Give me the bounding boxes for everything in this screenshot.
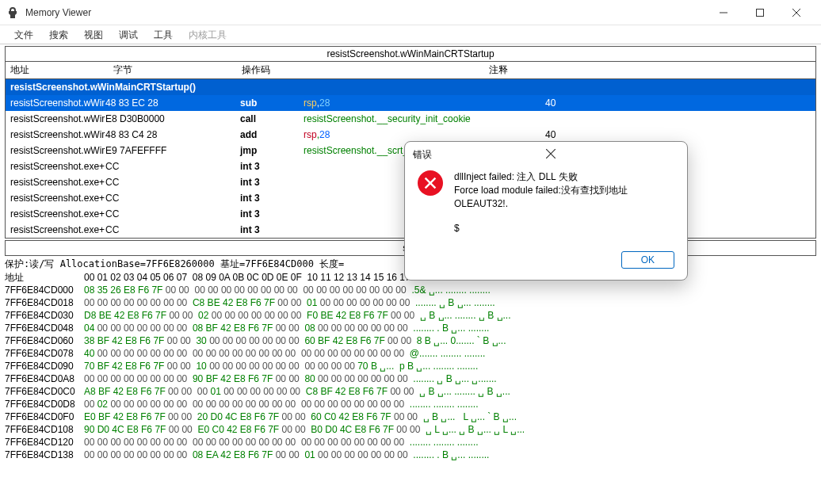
titlebar: Memory Viewer [0,0,821,25]
hex-row[interactable]: 7FF6E84CD10890 D0 4C E8 F6 7F 00 00 E0 C… [5,423,816,436]
col-opcode[interactable]: 操作码 [242,63,489,77]
disasm-function-header[interactable]: resistScreenshot.wWinMainCRTStartup() [6,79,815,95]
hex-row[interactable]: 7FF6E84CD06038 BF 42 E8 F6 7F 00 00 30 0… [5,334,816,347]
disasm-header-bar: resistScreenshot.wWinMainCRTStartup [5,46,816,62]
hex-row[interactable]: 7FF6E84CD07840 00 00 00 00 00 00 00 00 0… [5,347,816,360]
hex-row[interactable]: 7FF6E84CD030D8 BE 42 E8 F6 7F 00 00 02 0… [5,309,816,322]
error-icon [418,170,443,196]
disasm-column-headers: 地址 字节 操作码 注释 [5,62,816,79]
col-address[interactable]: 地址 [6,63,113,77]
hex-row[interactable]: 7FF6E84CD12000 00 00 00 00 00 00 00 00 0… [5,436,816,449]
hex-row[interactable]: 7FF6E84CD13800 00 00 00 00 00 00 00 08 E… [5,449,816,461]
disasm-row[interactable]: resistScreenshot.wWir48 83 EC 28subrsp,2… [6,95,815,111]
hex-dump[interactable]: 7FF6E84CD00008 35 26 E8 F6 7F 00 00 00 0… [5,284,816,461]
menu-file[interactable]: 文件 [6,25,41,44]
disasm-row[interactable]: resistScreenshot.wWirE8 D30B0000callresi… [6,111,815,127]
menu-tools[interactable]: 工具 [146,25,181,44]
hex-row[interactable]: 7FF6E84CD00008 35 26 E8 F6 7F 00 00 00 0… [5,284,816,296]
hex-row[interactable]: 7FF6E84CD0C0A8 BF 42 E8 F6 7F 00 00 00 0… [5,385,816,398]
disasm-row[interactable]: resistScreenshot.wWir48 83 C4 28addrsp,2… [6,127,815,143]
minimize-button[interactable] [705,0,742,25]
dialog-close-icon[interactable] [546,149,679,161]
hex-row[interactable]: 7FF6E84CD04804 00 00 00 00 00 00 00 08 B… [5,322,816,334]
svg-rect-0 [757,9,764,16]
menu-kernel-tools[interactable]: 内核工具 [181,25,235,44]
app-icon [6,6,19,19]
dialog-ok-button[interactable]: OK [621,251,674,269]
hex-row[interactable]: 7FF6E84CD0F0E0 BF 42 E8 F6 7F 00 00 20 D… [5,410,816,423]
col-note[interactable]: 注释 [489,63,815,77]
error-dialog: 错误 dllInject failed: 注入 DLL 失败 Force loa… [404,141,688,281]
hex-row[interactable]: 7FF6E84CD01800 00 00 00 00 00 00 00 C8 B… [5,296,816,309]
col-bytes[interactable]: 字节 [113,63,242,77]
dialog-message: dllInject failed: 注入 DLL 失败 Force load m… [454,170,628,235]
hex-row[interactable]: 7FF6E84CD0A800 00 00 00 00 00 00 00 90 B… [5,372,816,385]
menu-view[interactable]: 视图 [76,25,111,44]
window-title: Memory Viewer [25,7,705,18]
menu-debug[interactable]: 调试 [111,25,146,44]
maximize-button[interactable] [742,0,778,25]
menu-search[interactable]: 搜索 [41,25,76,44]
menubar: 文件 搜索 视图 调试 工具 内核工具 [0,25,821,44]
hex-row[interactable]: 7FF6E84CD0D800 02 00 00 00 00 00 00 00 0… [5,398,816,410]
hex-row[interactable]: 7FF6E84CD09070 BF 42 E8 F6 7F 00 00 10 0… [5,360,816,372]
dialog-title: 错误 [413,148,546,162]
close-button[interactable] [778,0,815,25]
